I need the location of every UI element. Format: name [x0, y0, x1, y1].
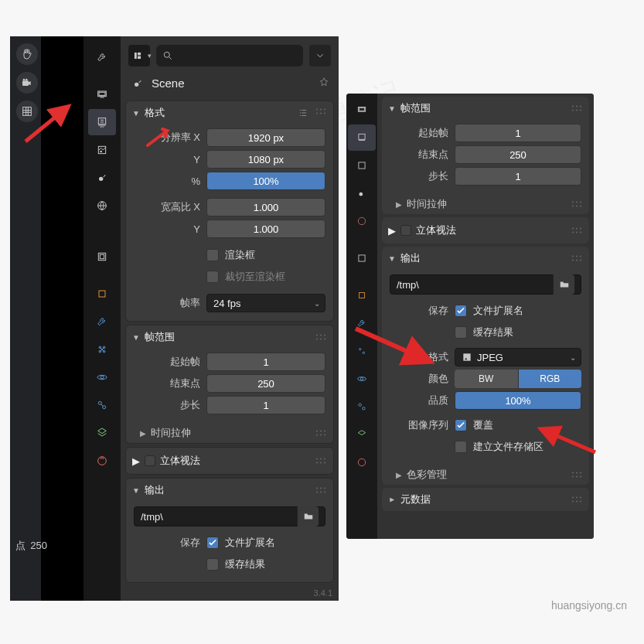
- tab-output-r[interactable]: [348, 124, 376, 151]
- section-format-header[interactable]: ▼ 格式: [126, 101, 333, 124]
- tab-particles-r[interactable]: [348, 338, 376, 364]
- label-file-fmt: 文件格式: [390, 350, 455, 364]
- input-frame-step-r[interactable]: 1: [455, 167, 581, 186]
- dropdown-file-format[interactable]: JPEG⌄: [455, 348, 581, 366]
- grip-icon[interactable]: [315, 429, 327, 437]
- seg-bw[interactable]: BW: [455, 370, 519, 388]
- tab-modifiers[interactable]: [88, 308, 116, 335]
- tab-object-r[interactable]: [348, 282, 376, 308]
- tab-collection[interactable]: [88, 244, 116, 270]
- tab-data-r[interactable]: [348, 421, 376, 448]
- tab-material[interactable]: [88, 448, 116, 474]
- svg-point-85: [572, 228, 574, 230]
- dropdown-fps[interactable]: 24 fps⌄: [206, 294, 325, 312]
- input-frame-end[interactable]: 250: [206, 374, 325, 393]
- grip-icon[interactable]: [315, 486, 327, 494]
- output-path-field[interactable]: /tmp\: [134, 506, 325, 526]
- checkbox-stereo-r[interactable]: [400, 225, 411, 236]
- grip-icon[interactable]: [571, 200, 583, 208]
- tab-output[interactable]: [88, 109, 116, 135]
- label-cache-result: 缓存结果: [225, 557, 265, 571]
- input-frame-step[interactable]: 1: [206, 396, 325, 414]
- label-frame-step-r: 步长: [390, 169, 455, 183]
- output-path-field-r[interactable]: /tmp\: [390, 274, 581, 295]
- search-input[interactable]: [156, 45, 303, 66]
- browse-folder-button-r[interactable]: [553, 274, 574, 295]
- slider-res-pct[interactable]: 100%: [206, 172, 325, 190]
- tab-constraints-r[interactable]: [348, 394, 376, 420]
- browse-folder-button[interactable]: [297, 506, 319, 526]
- toggle-color-mode[interactable]: BW RGB: [455, 370, 581, 388]
- grip-icon[interactable]: [315, 457, 327, 465]
- section-format: ▼ 格式 分辨率 X1920 px Y1080 px %100% 宽高比 X1.…: [125, 101, 334, 322]
- tab-render[interactable]: [88, 81, 116, 107]
- checkbox-cache-result[interactable]: [206, 558, 219, 571]
- input-frame-end-r[interactable]: 250: [455, 145, 581, 164]
- tab-object[interactable]: [88, 281, 116, 307]
- section-stereo-r-header[interactable]: ▶ 立体视法: [382, 217, 589, 244]
- input-frame-start-r[interactable]: 1: [455, 124, 581, 142]
- checkbox-file-ext-r[interactable]: [455, 305, 467, 317]
- tab-scene[interactable]: [88, 165, 116, 191]
- svg-point-39: [324, 339, 325, 340]
- tab-render-r[interactable]: [348, 97, 376, 123]
- section-stereo-header[interactable]: ▶ 立体视法: [126, 448, 333, 474]
- input-res-y[interactable]: 1080 px: [206, 150, 325, 169]
- section-frame-range-r-header[interactable]: ▼ 帧范围: [382, 97, 589, 120]
- tab-material-r[interactable]: [348, 449, 376, 475]
- grip-icon[interactable]: [571, 104, 583, 112]
- section-metadata-header[interactable]: ▼ 元数据: [382, 488, 589, 511]
- grid-view-button[interactable]: [16, 101, 38, 122]
- grip-icon[interactable]: [571, 254, 583, 262]
- checkbox-file-ext[interactable]: [206, 537, 219, 549]
- svg-point-51: [324, 462, 325, 464]
- subsection-color-mgmt[interactable]: ▶ 色彩管理: [382, 465, 589, 485]
- pin-icon[interactable]: [319, 77, 329, 90]
- slider-quality[interactable]: 100%: [455, 391, 581, 410]
- tab-tool[interactable]: [88, 44, 116, 70]
- svg-point-1: [23, 79, 26, 81]
- tab-scene-r[interactable]: [348, 180, 376, 206]
- camera-view-button[interactable]: [16, 72, 38, 94]
- tab-physics[interactable]: [88, 364, 116, 390]
- tab-collection-r[interactable]: [348, 245, 376, 271]
- right-screenshot-panel: ▼ 帧范围 起始帧1 结束点250 步长1 ▶ 时间拉伸 ▶ 立体视法: [346, 94, 594, 539]
- pan-view-button[interactable]: [16, 43, 38, 65]
- checkbox-placeholders[interactable]: [455, 441, 467, 453]
- input-aspect-y[interactable]: 1.000: [206, 220, 325, 238]
- input-frame-start[interactable]: 1: [206, 353, 325, 371]
- tab-viewlayer-r[interactable]: [348, 152, 376, 179]
- options-dropdown-button[interactable]: [309, 45, 331, 66]
- section-output-header[interactable]: ▼ 输出: [126, 479, 333, 502]
- tab-particles[interactable]: [88, 336, 116, 363]
- subsection-time-stretch[interactable]: ▶ 时间拉伸: [126, 423, 333, 443]
- input-res-x[interactable]: 1920 px: [206, 128, 325, 147]
- section-frame-range-header[interactable]: ▼ 帧范围: [126, 325, 333, 349]
- presets-icon[interactable]: [298, 107, 308, 118]
- tab-constraints[interactable]: [88, 392, 116, 418]
- label-file-ext: 文件扩展名: [225, 536, 275, 550]
- checkbox-render-region[interactable]: [206, 249, 219, 261]
- subsection-time-stretch-r[interactable]: ▶ 时间拉伸: [382, 194, 589, 214]
- tab-world[interactable]: [88, 193, 116, 219]
- svg-point-100: [576, 472, 578, 474]
- grip-icon[interactable]: [315, 107, 327, 115]
- seg-rgb[interactable]: RGB: [519, 370, 582, 388]
- input-aspect-x[interactable]: 1.000: [206, 198, 325, 216]
- checkbox-crop-region[interactable]: [206, 271, 219, 283]
- checkbox-overwrite[interactable]: [455, 419, 467, 431]
- tab-modifiers-r[interactable]: [348, 310, 376, 336]
- grip-icon[interactable]: [571, 471, 583, 479]
- tab-data[interactable]: [88, 420, 116, 446]
- grip-icon[interactable]: [315, 333, 327, 341]
- tab-viewlayer[interactable]: [88, 137, 116, 163]
- tab-world-r[interactable]: [348, 208, 376, 234]
- svg-point-74: [576, 106, 578, 107]
- grip-icon[interactable]: [571, 227, 583, 234]
- checkbox-cache-result-r[interactable]: [455, 326, 467, 339]
- section-output-r-header[interactable]: ▼ 输出: [382, 247, 589, 270]
- grip-icon[interactable]: [571, 496, 583, 503]
- editor-type-dropdown[interactable]: ▾: [128, 45, 150, 66]
- tab-physics-r[interactable]: [348, 366, 376, 392]
- checkbox-stereo[interactable]: [145, 455, 155, 466]
